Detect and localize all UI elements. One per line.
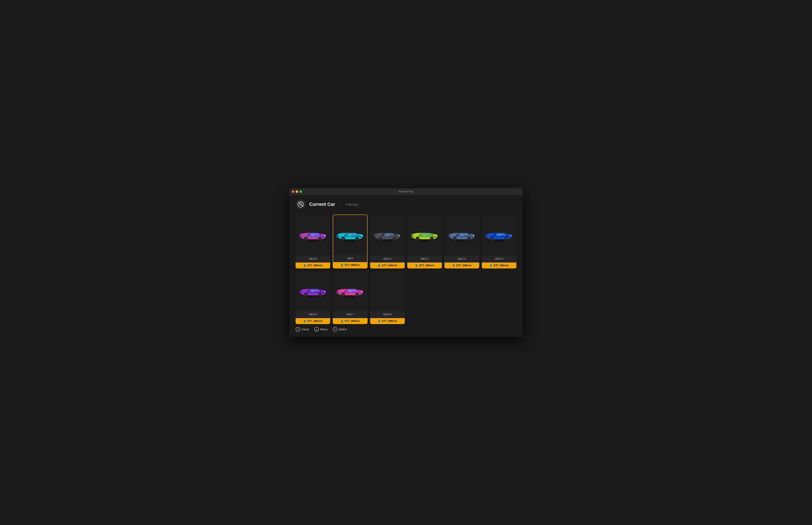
svg-point-97: [361, 291, 363, 292]
car-svg-container-okx2: [372, 230, 403, 242]
svg-rect-67: [449, 237, 451, 237]
owner-name-okx3: GT7_996rick: [419, 264, 434, 267]
menu-button[interactable]: ▲ Menu: [314, 327, 328, 332]
select-label: Select: [339, 328, 347, 331]
car-owner-btn-okx[interactable]: 👤GT7_996rick: [333, 262, 367, 268]
car-image-okx7: [333, 271, 367, 311]
car-owner-btn-okx4[interactable]: 👤GT7_996rick: [444, 262, 479, 268]
svg-point-84: [324, 291, 325, 292]
car-image-okx5: [482, 214, 516, 255]
item-count: 9 Item(s): [345, 202, 358, 206]
owner-icon: 👤: [341, 264, 343, 267]
svg-point-10: [319, 238, 321, 239]
car-image-okx8: [370, 271, 405, 311]
owner-name-okx9: GT7_996rick: [307, 264, 322, 267]
svg-point-58: [473, 235, 474, 236]
svg-rect-15: [300, 237, 302, 237]
owner-name-okx6: GT7_996rick: [307, 319, 322, 322]
svg-rect-92: [311, 290, 315, 292]
svg-rect-40: [386, 235, 389, 236]
svg-rect-53: [423, 235, 427, 236]
car-owner-btn-okx8[interactable]: 👤GT7_996rick: [370, 318, 405, 324]
car-card-okx9[interactable]: OKX 9👤GT7_996rick: [296, 214, 330, 268]
svg-point-88: [319, 294, 321, 295]
car-card-okx6[interactable]: OKX 6👤GT7_996rick: [296, 271, 330, 324]
svg-point-23: [357, 238, 358, 239]
car-owner-btn-okx9[interactable]: 👤GT7_996rick: [296, 262, 330, 268]
select-icon: ✕: [333, 327, 337, 332]
window-title: Remote Play: [399, 190, 413, 193]
svg-rect-85: [300, 291, 301, 292]
header-divider: [340, 201, 340, 208]
car-owner-btn-okx2[interactable]: 👤GT7_996rick: [370, 262, 405, 268]
svg-point-49: [431, 238, 432, 239]
svg-point-78: [491, 238, 492, 239]
car-name-okx3: OKX 3: [407, 255, 442, 262]
car-card-okx4[interactable]: OKX 4👤GT7_996rick: [444, 214, 479, 268]
svg-point-32: [398, 235, 400, 236]
maximize-traffic-light[interactable]: [299, 190, 302, 193]
car-name-okx4: OKX 4: [444, 255, 479, 262]
svg-rect-79: [498, 235, 501, 236]
svg-rect-46: [411, 236, 412, 236]
svg-point-19: [361, 235, 363, 236]
svg-point-36: [394, 238, 395, 239]
svg-rect-33: [374, 236, 375, 236]
car-svg-container-okx: [335, 230, 365, 242]
svg-point-26: [342, 238, 343, 239]
car-name-okx5: OKX 5: [482, 255, 516, 262]
car-image-okx9: [296, 214, 330, 255]
car-svg-container-okx5: [484, 230, 515, 242]
svg-rect-41: [375, 237, 376, 237]
car-image-okx6: [296, 271, 330, 311]
svg-point-104: [342, 294, 343, 295]
traffic-lights: [292, 190, 302, 193]
svg-rect-72: [486, 236, 487, 236]
svg-rect-106: [337, 292, 339, 293]
car-card-okx2[interactable]: OKX 2👤GT7_996rick: [370, 214, 405, 268]
car-card-okx5[interactable]: OKX 5👤GT7_996rick: [482, 214, 516, 268]
owner-icon: 👤: [341, 320, 343, 322]
car-card-okx[interactable]: OKX👤GT7_996rick: [333, 214, 367, 268]
bottom-bar: ✕ Close ▲ Menu ✕ Select: [296, 324, 516, 332]
select-button[interactable]: ✕ Select: [333, 327, 347, 332]
owner-icon: 👤: [378, 264, 381, 267]
car-owner-btn-okx3[interactable]: 👤GT7_996rick: [407, 262, 442, 268]
car-card-okx7[interactable]: OKX 7👤GT7_996rick: [333, 271, 367, 324]
car-owner-btn-okx5[interactable]: 👤GT7_996rick: [482, 262, 516, 268]
owner-icon: 👤: [303, 264, 306, 267]
svg-point-0: [298, 201, 304, 207]
svg-rect-105: [349, 290, 352, 292]
car-card-okx8[interactable]: OKX 8👤GT7_996rick: [370, 271, 405, 324]
owner-name-okx4: GT7_996rick: [456, 264, 471, 267]
car-name-okx2: OKX 2: [370, 255, 405, 262]
svg-point-45: [435, 235, 437, 236]
svg-rect-98: [337, 291, 338, 292]
close-label: Close: [301, 328, 309, 331]
svg-rect-59: [448, 236, 449, 236]
svg-point-65: [454, 238, 455, 239]
owner-name-okx2: GT7_996rick: [382, 264, 397, 267]
svg-rect-28: [337, 237, 339, 237]
svg-rect-7: [300, 236, 301, 236]
car-image-okx: [333, 215, 367, 255]
car-image-okx3: [407, 214, 442, 255]
svg-rect-93: [300, 292, 302, 293]
car-card-okx3[interactable]: OKX 3👤GT7_996rick: [407, 214, 442, 268]
car-owner-btn-okx6[interactable]: 👤GT7_996rick: [296, 318, 330, 324]
close-traffic-light[interactable]: [292, 190, 294, 193]
minimize-traffic-light[interactable]: [296, 190, 298, 193]
close-button[interactable]: ✕ Close: [296, 327, 309, 332]
svg-point-39: [380, 238, 381, 239]
menu-label: Menu: [320, 328, 328, 331]
car-owner-btn-okx7[interactable]: 👤GT7_996rick: [333, 318, 367, 324]
svg-point-71: [510, 235, 512, 236]
page-title: Current Car: [309, 201, 335, 207]
svg-rect-54: [412, 237, 413, 237]
car-name-okx: OKX: [333, 255, 367, 262]
empty-cell-0: [407, 271, 442, 324]
owner-name-okx8: GT7_996rick: [382, 319, 397, 322]
car-name-okx7: OKX 7: [333, 311, 367, 318]
car-name-okx8: OKX 8: [370, 311, 405, 318]
owner-icon: 👤: [303, 320, 306, 322]
